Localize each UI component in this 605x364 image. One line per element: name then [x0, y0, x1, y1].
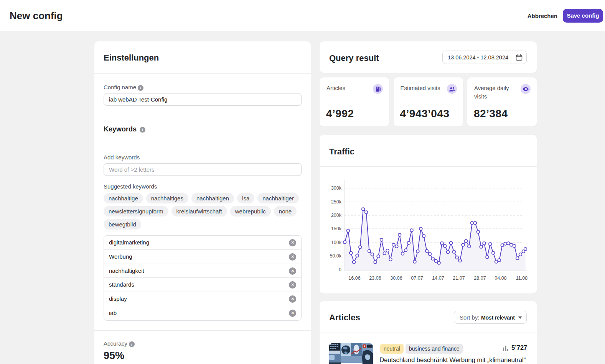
svg-text:23.06: 23.06 [369, 275, 381, 281]
svg-text:11.08: 11.08 [516, 275, 528, 281]
svg-text:300k: 300k [331, 185, 342, 191]
svg-text:150k: 150k [331, 226, 342, 231]
svg-text:21.07: 21.07 [453, 275, 465, 281]
svg-text:16.06: 16.06 [348, 275, 360, 281]
svg-text:07.07: 07.07 [411, 275, 423, 281]
svg-text:100k: 100k [331, 240, 342, 245]
svg-text:0: 0 [339, 267, 341, 272]
svg-text:30.06: 30.06 [390, 275, 402, 281]
svg-text:200k: 200k [331, 213, 342, 218]
svg-text:50.0k: 50.0k [330, 253, 341, 259]
svg-text:04.08: 04.08 [495, 275, 506, 281]
svg-text:250k: 250k [331, 199, 342, 205]
svg-text:14.07: 14.07 [432, 275, 444, 281]
svg-text:28.07: 28.07 [474, 275, 486, 281]
